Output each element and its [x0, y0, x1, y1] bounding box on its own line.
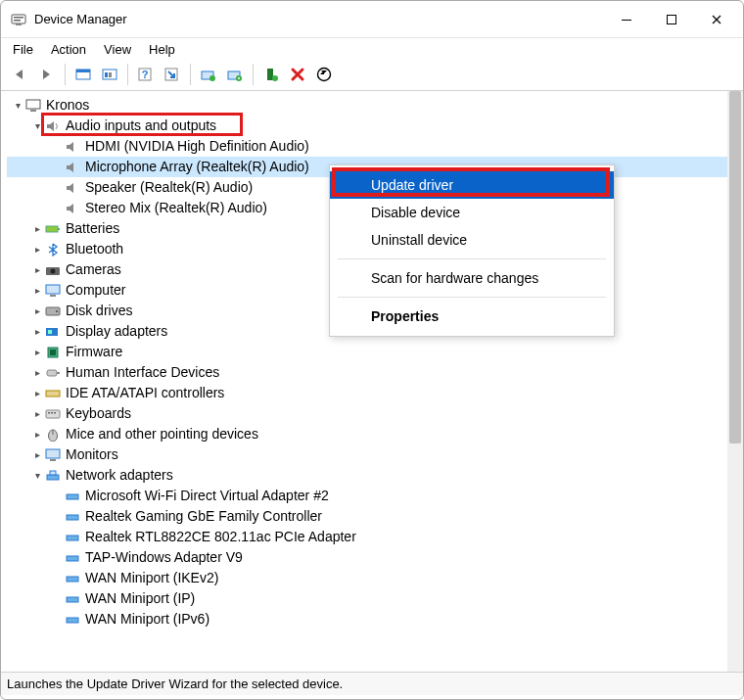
network-adapter-icon	[64, 550, 81, 566]
menu-file[interactable]: File	[13, 42, 33, 57]
tree-label: Display adapters	[66, 321, 167, 342]
svg-rect-46	[47, 475, 59, 480]
chevron-right-icon[interactable]: ▸	[30, 342, 44, 362]
tree-item[interactable]: WAN Miniport (IPv6)	[7, 609, 727, 630]
svg-rect-27	[46, 285, 60, 294]
ctx-properties[interactable]: Properties	[330, 303, 614, 330]
refresh-icon[interactable]	[312, 63, 336, 86]
tree-item[interactable]: Realtek RTL8822CE 802.11ac PCIe Adapter	[7, 527, 727, 547]
enable-icon[interactable]	[259, 63, 283, 86]
svg-rect-41	[54, 412, 56, 414]
help-icon[interactable]: ?	[134, 63, 158, 86]
tree-category-network[interactable]: ▾ Network adapters	[7, 465, 727, 486]
chevron-right-icon[interactable]: ▸	[30, 424, 44, 444]
tree-category[interactable]: ▸ Keyboards	[7, 403, 727, 424]
chevron-right-icon[interactable]: ▸	[30, 301, 44, 321]
chevron-right-icon[interactable]: ▸	[30, 239, 44, 259]
forward-button[interactable]	[35, 63, 59, 86]
chevron-right-icon[interactable]: ▸	[30, 362, 44, 383]
ctx-item-label: Uninstall device	[371, 232, 467, 248]
tree-label: Computer	[66, 280, 125, 301]
speaker-icon	[64, 139, 81, 155]
status-text: Launches the Update Driver Wizard for th…	[7, 677, 343, 691]
tree-category[interactable]: ▸ Mice and other pointing devices	[7, 424, 727, 444]
tree-item-label: HDMI (NVIDIA High Definition Audio)	[85, 136, 309, 157]
network-adapter-icon	[64, 571, 81, 586]
menu-action[interactable]: Action	[51, 42, 86, 57]
disk-icon	[44, 303, 62, 319]
menu-view[interactable]: View	[104, 42, 131, 57]
tree-item[interactable]: Microsoft Wi-Fi Direct Virtual Adapter #…	[7, 486, 727, 506]
tree-label: Cameras	[66, 259, 121, 280]
tree-item[interactable]: Realtek Gaming GbE Family Controller	[7, 506, 727, 527]
uninstall-icon[interactable]	[223, 63, 247, 86]
delete-icon[interactable]	[286, 63, 309, 86]
svg-rect-1	[14, 17, 23, 19]
update-driver-icon[interactable]	[197, 63, 220, 86]
tree-category[interactable]: ▸ Monitors	[7, 444, 727, 465]
tree-category[interactable]: ▸ Firmware	[7, 342, 727, 362]
ctx-uninstall-device[interactable]: Uninstall device	[330, 226, 614, 254]
tree-root-label: Kronos	[46, 95, 89, 116]
context-menu: Update driver Disable device Uninstall d…	[329, 164, 615, 337]
titlebar: Device Manager	[1, 1, 743, 38]
show-hidden-icon[interactable]	[71, 63, 95, 86]
ctx-scan-hardware[interactable]: Scan for hardware changes	[330, 264, 614, 292]
view-icon[interactable]	[98, 63, 121, 86]
menubar: File Action View Help	[1, 38, 743, 61]
ctx-update-driver[interactable]: Update driver	[330, 171, 614, 199]
tree-item-label: Microsoft Wi-Fi Direct Virtual Adapter #…	[85, 486, 329, 506]
scroll-thumb[interactable]	[729, 91, 741, 443]
tree-item-label: Microphone Array (Realtek(R) Audio)	[85, 157, 309, 177]
tree-label: Monitors	[66, 444, 118, 465]
chevron-right-icon[interactable]: ▸	[30, 218, 44, 239]
tree-item[interactable]: HDMI (NVIDIA High Definition Audio)	[7, 136, 727, 157]
tree-label: Batteries	[66, 218, 119, 239]
tree-item-label: WAN Miniport (IP)	[85, 588, 195, 609]
computer-icon	[24, 98, 42, 114]
chevron-right-icon[interactable]: ▸	[30, 444, 44, 465]
maximize-button[interactable]	[649, 5, 694, 34]
computer-icon	[44, 283, 62, 299]
chevron-down-icon[interactable]: ▾	[11, 95, 24, 116]
hid-icon	[44, 365, 62, 381]
bluetooth-icon	[44, 242, 62, 257]
window-title: Device Manager	[34, 12, 127, 26]
tree-item[interactable]: TAP-Windows Adapter V9	[7, 547, 727, 568]
svg-rect-5	[668, 15, 676, 23]
tree-category[interactable]: ▸ Human Interface Devices	[7, 362, 727, 383]
tree-label: Keyboards	[66, 403, 131, 424]
tree-item[interactable]: WAN Miniport (IP)	[7, 588, 727, 609]
chevron-right-icon[interactable]: ▸	[30, 383, 44, 403]
svg-rect-0	[12, 15, 25, 23]
chevron-right-icon[interactable]: ▸	[30, 403, 44, 424]
battery-icon	[44, 221, 62, 237]
chevron-down-icon[interactable]: ▾	[30, 116, 44, 136]
ctx-disable-device[interactable]: Disable device	[330, 199, 614, 226]
tree-item-label: TAP-Windows Adapter V9	[85, 547, 243, 568]
svg-rect-28	[50, 295, 56, 297]
tree-label: Human Interface Devices	[66, 362, 219, 383]
network-icon	[44, 468, 62, 484]
menu-help[interactable]: Help	[149, 42, 175, 57]
tree-category[interactable]: ▸ IDE ATA/ATAPI controllers	[7, 383, 727, 403]
back-button[interactable]	[9, 63, 32, 86]
svg-point-26	[51, 268, 56, 273]
vertical-scrollbar[interactable]	[727, 91, 743, 672]
chevron-right-icon[interactable]: ▸	[30, 280, 44, 301]
svg-rect-22	[30, 110, 36, 112]
scan-icon[interactable]	[161, 63, 184, 86]
tree-root[interactable]: ▾ Kronos	[7, 95, 727, 116]
ctx-item-label: Properties	[371, 308, 439, 324]
chevron-right-icon[interactable]: ▸	[30, 259, 44, 280]
close-button[interactable]	[694, 5, 739, 34]
tree-category-audio[interactable]: ▾ Audio inputs and outputs	[7, 116, 727, 136]
tree-item[interactable]: WAN Miniport (IKEv2)	[7, 568, 727, 588]
tree-item-label: Realtek RTL8822CE 802.11ac PCIe Adapter	[85, 527, 356, 547]
tree-label: Disk drives	[66, 301, 132, 321]
svg-rect-47	[50, 471, 56, 475]
chevron-right-icon[interactable]: ▸	[30, 321, 44, 342]
minimize-button[interactable]	[604, 5, 649, 34]
chevron-down-icon[interactable]: ▾	[30, 465, 44, 486]
ctx-item-label: Disable device	[371, 205, 460, 220]
